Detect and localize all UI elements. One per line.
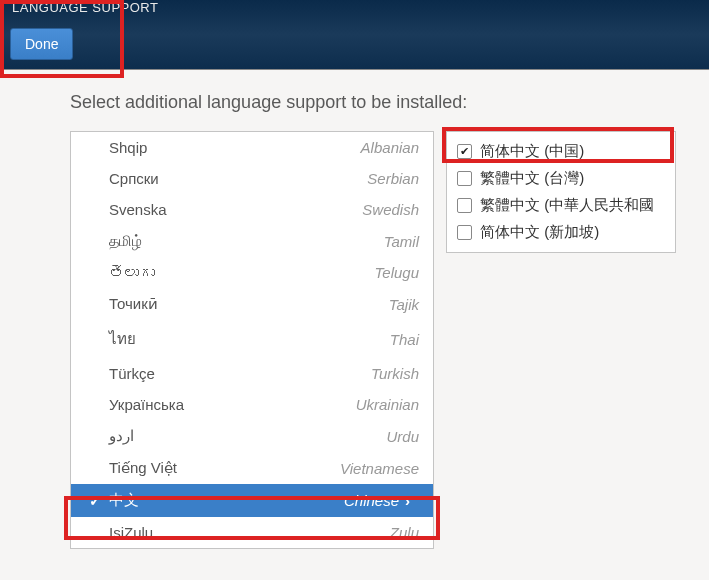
- language-native-label: Tiếng Việt: [109, 459, 177, 477]
- language-english-label: Chinese: [344, 492, 399, 509]
- language-native-label: ไทย: [109, 327, 136, 351]
- language-english-label: Urdu: [386, 428, 419, 445]
- variant-label: 繁體中文 (中華人民共和國: [480, 196, 654, 215]
- chevron-right-icon: ›: [405, 492, 419, 509]
- language-english-label: Ukrainian: [356, 396, 419, 413]
- language-english-label: Turkish: [371, 365, 419, 382]
- language-row[interactable]: СрпскиSerbian: [71, 163, 433, 194]
- language-english-label: Tamil: [384, 233, 419, 250]
- variant-row[interactable]: 繁體中文 (台灣): [447, 165, 675, 192]
- language-row[interactable]: ไทยThai: [71, 320, 433, 358]
- language-native-label: తెలుగు: [109, 264, 155, 281]
- language-row[interactable]: తెలుగుTelugu: [71, 257, 433, 288]
- language-english-label: Albanian: [361, 139, 419, 156]
- language-row[interactable]: IsiZuluZulu: [71, 517, 433, 548]
- done-button[interactable]: Done: [10, 28, 73, 60]
- language-native-label: Точикӣ: [109, 295, 158, 313]
- language-row[interactable]: УкраїнськаUkrainian: [71, 389, 433, 420]
- check-icon: ✓: [89, 492, 109, 510]
- checkbox-icon[interactable]: [457, 225, 472, 240]
- checkbox-icon[interactable]: [457, 144, 472, 159]
- header-bar: LANGUAGE SUPPORT Done: [0, 0, 709, 70]
- language-native-label: Shqip: [109, 139, 147, 156]
- language-native-label: اردو: [109, 427, 134, 445]
- language-row[interactable]: TürkçeTurkish: [71, 358, 433, 389]
- language-native-label: தமிழ்: [109, 232, 142, 250]
- language-row[interactable]: اردوUrdu: [71, 420, 433, 452]
- language-native-label: Српски: [109, 170, 159, 187]
- checkbox-icon[interactable]: [457, 198, 472, 213]
- language-english-label: Thai: [390, 331, 419, 348]
- language-row[interactable]: ТочикӣTajik: [71, 288, 433, 320]
- language-native-label: 中文: [109, 491, 139, 510]
- language-native-label: Українська: [109, 396, 184, 413]
- language-row[interactable]: SvenskaSwedish: [71, 194, 433, 225]
- language-english-label: Telugu: [375, 264, 420, 281]
- content-area: Select additional language support to be…: [0, 70, 709, 549]
- language-native-label: Türkçe: [109, 365, 155, 382]
- variant-label: 简体中文 (中国): [480, 142, 584, 161]
- language-english-label: Zulu: [390, 524, 419, 541]
- variant-label: 繁體中文 (台灣): [480, 169, 584, 188]
- language-native-label: IsiZulu: [109, 524, 153, 541]
- language-row[interactable]: தமிழ்Tamil: [71, 225, 433, 257]
- language-english-label: Tajik: [389, 296, 419, 313]
- language-row[interactable]: ✓中文Chinese›: [71, 484, 433, 517]
- language-english-label: Vietnamese: [340, 460, 419, 477]
- language-english-label: Swedish: [362, 201, 419, 218]
- prompt-text: Select additional language support to be…: [70, 92, 709, 113]
- variant-row[interactable]: 繁體中文 (中華人民共和國: [447, 192, 675, 219]
- variant-row[interactable]: 简体中文 (中国): [447, 138, 675, 165]
- variant-label: 简体中文 (新加坡): [480, 223, 599, 242]
- variant-list[interactable]: 简体中文 (中国)繁體中文 (台灣)繁體中文 (中華人民共和國简体中文 (新加坡…: [446, 131, 676, 253]
- language-native-label: Svenska: [109, 201, 167, 218]
- language-english-label: Serbian: [367, 170, 419, 187]
- page-title: LANGUAGE SUPPORT: [12, 0, 158, 15]
- variant-row[interactable]: 简体中文 (新加坡): [447, 219, 675, 246]
- language-list[interactable]: ShqipAlbanianСрпскиSerbianSvenskaSwedish…: [70, 131, 434, 549]
- language-row[interactable]: Tiếng ViệtVietnamese: [71, 452, 433, 484]
- checkbox-icon[interactable]: [457, 171, 472, 186]
- language-row[interactable]: ShqipAlbanian: [71, 132, 433, 163]
